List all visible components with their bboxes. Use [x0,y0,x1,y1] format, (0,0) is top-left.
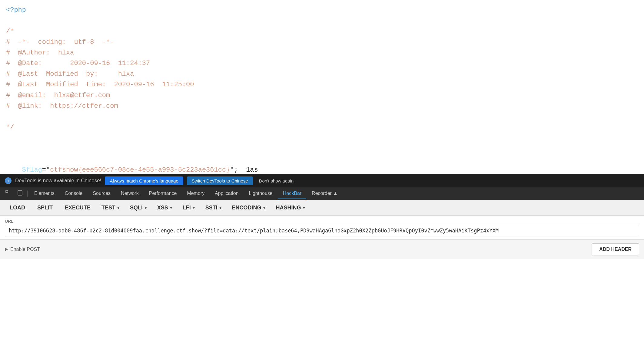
code-line-6: # @Date: 2020-09-16 11:24:37 [6,58,638,69]
url-input[interactable] [5,225,639,236]
code-line-12: */ [6,122,638,133]
ssti-dropdown[interactable]: SSTI ▼ [202,202,226,213]
tab-network[interactable]: Network [116,188,144,199]
enable-post-button[interactable]: Enable POST [5,247,40,252]
post-toggle-icon [5,248,8,251]
tab-performance[interactable]: Performance [144,188,182,199]
info-icon: i [5,177,12,184]
var-flag: $flag [22,166,42,174]
tab-application[interactable]: Application [210,188,243,199]
ssti-dropdown-arrow: ▼ [219,206,222,210]
tab-sources[interactable]: Sources [88,188,115,199]
code-line-1: <?php [6,5,638,15]
code-line-4: # -*- coding: utf-8 -*- [6,37,638,48]
sqli-dropdown-arrow: ▼ [144,206,148,210]
hashing-dropdown-arrow: ▼ [302,206,306,210]
execute-button[interactable]: EXECUTE [60,202,95,213]
split-button[interactable]: SPLIT [32,202,58,213]
sqli-dropdown[interactable]: SQLI ▼ [126,202,151,213]
hackbar-toolbar: LOAD SPLIT EXECUTE TEST ▼ SQLI ▼ XSS ▼ L… [0,200,644,216]
device-toolbar-icon[interactable] [15,188,25,199]
load-button[interactable]: LOAD [5,202,30,213]
php-open-tag: <?php [6,6,26,14]
add-header-button[interactable]: ADD HEADER [592,243,639,255]
notification-message: DevTools is now available in Chinese! [15,178,101,184]
bottom-section: Enable POST ADD HEADER [0,240,644,259]
code-line-3: /* [6,26,638,37]
tab-recorder[interactable]: Recorder ▲ [307,188,343,199]
suffix-text: 1as [246,166,258,174]
url-label: URL [5,219,639,224]
code-display: <?php /* # -*- coding: utf-8 -*- # @Auth… [0,0,644,174]
code-line-14 [6,143,638,154]
code-line-10: # @link: https://ctfer.com [6,101,638,111]
devtools-tab-bar: Elements Console Sources Network Perform… [0,187,644,200]
code-line-15: $flag="ctfshow{eee566c7-08ce-4e55-a993-5… [6,154,638,174]
tab-divider [27,191,28,197]
tab-console[interactable]: Console [60,188,88,199]
code-line-13 [6,133,638,143]
test-dropdown[interactable]: TEST ▼ [98,202,124,213]
code-line-9: # @email: hlxa@ctfer.com [6,90,638,101]
code-line-2 [6,15,638,26]
encoding-dropdown-arrow: ▼ [263,206,266,210]
encoding-dropdown[interactable]: ENCODING ▼ [228,202,270,213]
devtools-notification-bar: i DevTools is now available in Chinese! … [0,174,644,187]
inspect-element-icon[interactable] [2,188,14,199]
switch-devtools-chinese-button[interactable]: Switch DevTools to Chinese [187,176,253,185]
code-line-7: # @Last Modified by: hlxa [6,69,638,79]
dont-show-again-button[interactable]: Don't show again [257,176,296,185]
enable-post-label: Enable POST [10,247,40,252]
tab-memory[interactable]: Memory [182,188,209,199]
code-line-5: # @Author: hlxa [6,48,638,58]
test-dropdown-arrow: ▼ [117,206,120,210]
always-match-language-button[interactable]: Always match Chrome's language [105,176,183,185]
xss-dropdown-arrow: ▼ [169,206,173,210]
hashing-dropdown[interactable]: HASHING ▼ [272,202,309,213]
lfi-dropdown-arrow: ▼ [192,206,196,210]
svg-rect-0 [6,190,8,192]
code-line-11 [6,111,638,122]
tab-hackbar[interactable]: HackBar [278,188,306,199]
svg-point-3 [20,194,20,195]
xss-dropdown[interactable]: XSS ▼ [154,202,177,213]
flag-value: ctfshow{eee566c7-08ce-4e55-a993-5c223ae3… [50,166,230,174]
tab-elements[interactable]: Elements [29,188,59,199]
tab-lighthouse[interactable]: Lighthouse [244,188,277,199]
lfi-dropdown[interactable]: LFI ▼ [179,202,199,213]
url-section: URL [0,216,644,240]
code-line-8: # @Last Modified time: 2020-09-16 11:25:… [6,79,638,90]
